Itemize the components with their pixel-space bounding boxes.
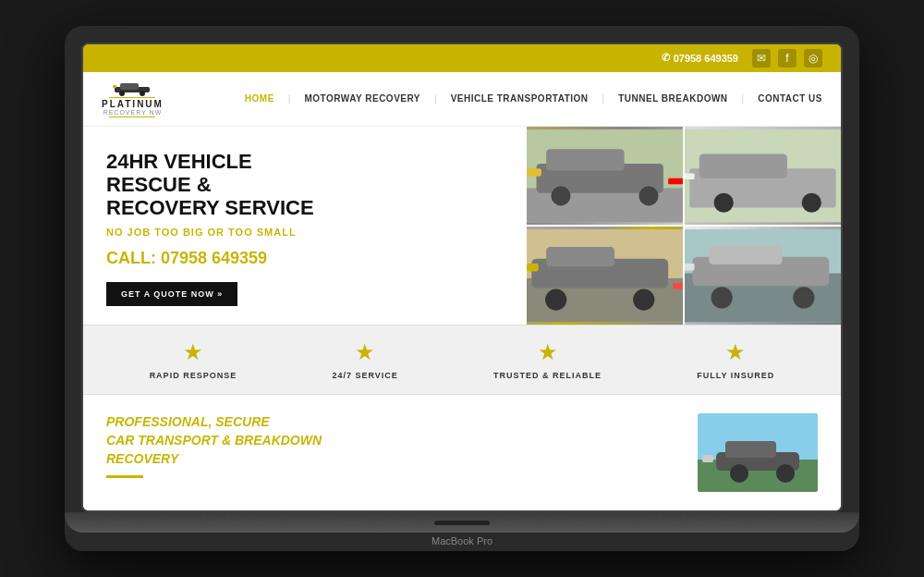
laptop-frame: ✆ 07958 649359 ✉ f ◎ bbox=[65, 26, 859, 552]
facebook-icon[interactable]: f bbox=[778, 49, 796, 68]
bottom-image bbox=[698, 413, 818, 492]
nav-tunnel[interactable]: TUNNEL BREAKDOWN bbox=[618, 93, 727, 104]
star-icon-1: ★ bbox=[183, 339, 203, 365]
svg-rect-8 bbox=[546, 149, 625, 170]
logo-name: PLATINUM bbox=[102, 99, 164, 109]
feature-rapid-response: ★ RAPID RESPONSE bbox=[150, 339, 237, 380]
hero-image-grid bbox=[527, 127, 841, 325]
nav-contact[interactable]: CONTACT US bbox=[758, 93, 822, 104]
top-bar: ✆ 07958 649359 ✉ f ◎ bbox=[83, 44, 841, 72]
logo: PLATINUM RECOVERY NW bbox=[102, 80, 164, 118]
bottom-title: PROFESSIONAL, SECURE CAR TRANSPORT & BRE… bbox=[106, 413, 679, 468]
star-icon-3: ★ bbox=[538, 339, 558, 365]
logo-divider-2 bbox=[109, 117, 155, 117]
hero-image-3 bbox=[527, 227, 683, 325]
car-photo-4 bbox=[685, 227, 841, 325]
topbar-phone: ✆ 07958 649359 bbox=[662, 52, 738, 64]
svg-point-31 bbox=[711, 287, 733, 308]
features-section: ★ RAPID RESPONSE ★ 24/7 SERVICE ★ TRUSTE… bbox=[83, 325, 841, 395]
navigation: PLATINUM RECOVERY NW HOME | MOTORWAY REC… bbox=[83, 72, 841, 127]
svg-rect-12 bbox=[668, 178, 683, 183]
car-photo-1 bbox=[527, 127, 683, 225]
svg-rect-6 bbox=[527, 188, 683, 222]
feature-247: ★ 24/7 SERVICE bbox=[332, 339, 397, 380]
svg-point-23 bbox=[545, 288, 566, 310]
laptop-base bbox=[65, 512, 859, 533]
logo-car-icon bbox=[113, 80, 152, 96]
feature-trusted: ★ TRUSTED & RELIABLE bbox=[493, 339, 602, 380]
bottom-section: PROFESSIONAL, SECURE CAR TRANSPORT & BRE… bbox=[83, 395, 841, 510]
social-icons: ✉ f ◎ bbox=[752, 49, 822, 68]
mail-icon[interactable]: ✉ bbox=[752, 49, 771, 68]
bottom-divider bbox=[106, 475, 143, 478]
svg-point-24 bbox=[633, 288, 654, 310]
star-icon-4: ★ bbox=[725, 339, 746, 365]
hero-content: 24HR VEHICLE RESCUE & RECOVERY SERVICE N… bbox=[83, 127, 527, 325]
feature-label-3: TRUSTED & RELIABLE bbox=[493, 371, 602, 380]
feature-label-4: FULLY INSURED bbox=[697, 371, 774, 380]
svg-point-10 bbox=[638, 186, 658, 205]
car-photo-2 bbox=[685, 127, 841, 225]
svg-point-38 bbox=[730, 464, 748, 483]
hero-image-1 bbox=[527, 127, 683, 225]
feature-label-1: RAPID RESPONSE bbox=[150, 371, 237, 380]
svg-rect-37 bbox=[725, 441, 776, 458]
svg-point-39 bbox=[776, 464, 795, 483]
nav-home[interactable]: HOME bbox=[245, 93, 274, 104]
macbook-label: MacBook Pro bbox=[81, 533, 843, 551]
svg-point-3 bbox=[140, 91, 145, 96]
svg-rect-11 bbox=[527, 168, 541, 176]
website: ✆ 07958 649359 ✉ f ◎ bbox=[83, 44, 841, 511]
svg-rect-4 bbox=[113, 85, 116, 88]
svg-point-9 bbox=[551, 186, 570, 205]
svg-rect-33 bbox=[685, 264, 695, 270]
svg-point-32 bbox=[793, 287, 814, 308]
svg-rect-1 bbox=[120, 83, 139, 90]
instagram-icon[interactable]: ◎ bbox=[804, 49, 822, 68]
logo-sub: RECOVERY NW bbox=[103, 109, 163, 116]
hero-image-4 bbox=[685, 227, 841, 325]
svg-rect-40 bbox=[702, 455, 713, 462]
phone-icon: ✆ bbox=[662, 52, 670, 64]
svg-rect-26 bbox=[673, 283, 683, 288]
svg-point-16 bbox=[714, 192, 734, 212]
svg-point-2 bbox=[119, 91, 125, 96]
feature-insured: ★ FULLY INSURED bbox=[697, 339, 774, 380]
hero-title: 24HR VEHICLE RESCUE & RECOVERY SERVICE bbox=[106, 150, 504, 220]
feature-label-2: 24/7 SERVICE bbox=[332, 371, 397, 380]
hero-subtitle: NO JOB TOO BIG OR TOO SMALL bbox=[106, 227, 504, 238]
bottom-text: PROFESSIONAL, SECURE CAR TRANSPORT & BRE… bbox=[106, 413, 679, 478]
svg-rect-25 bbox=[527, 264, 539, 271]
get-quote-button[interactable]: GET A QUOTE NOW » bbox=[106, 282, 237, 306]
svg-rect-15 bbox=[699, 153, 787, 178]
svg-rect-30 bbox=[709, 245, 782, 264]
nav-motorway[interactable]: MOTORWAY RECOVERY bbox=[304, 93, 420, 104]
nav-transport[interactable]: VEHICLE TRANSPORTATION bbox=[451, 93, 589, 104]
laptop-notch bbox=[434, 521, 490, 525]
hero-image-2 bbox=[685, 127, 841, 225]
logo-divider bbox=[109, 97, 155, 98]
svg-rect-22 bbox=[546, 247, 614, 266]
hero-phone: CALL: 07958 649359 bbox=[106, 249, 504, 268]
hero-section: 24HR VEHICLE RESCUE & RECOVERY SERVICE N… bbox=[83, 127, 841, 325]
svg-rect-18 bbox=[685, 173, 695, 178]
laptop-screen: ✆ 07958 649359 ✉ f ◎ bbox=[81, 43, 843, 513]
nav-links: HOME | MOTORWAY RECOVERY | VEHICLE TRANS… bbox=[245, 93, 822, 104]
star-icon-2: ★ bbox=[355, 339, 375, 365]
car-photo-3 bbox=[527, 227, 683, 325]
svg-point-17 bbox=[802, 192, 821, 212]
